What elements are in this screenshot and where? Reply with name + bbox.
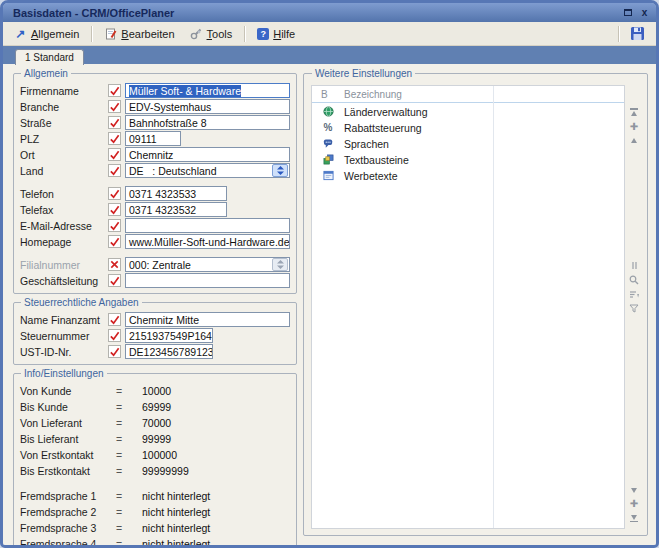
check-icon[interactable] <box>108 164 121 177</box>
check-icon[interactable] <box>108 187 121 200</box>
spinner-icon[interactable] <box>272 164 288 177</box>
toolbar-separator <box>244 26 245 42</box>
column-header-b[interactable]: B <box>312 89 344 100</box>
group-weitere: Weitere Einstellungen B Bezeichnung Lä <box>303 68 648 536</box>
land-dropdown[interactable]: DE : Deutschland <box>125 163 290 178</box>
menu-bearbeiten[interactable]: Bearbeiten <box>97 24 181 43</box>
list-item-textbausteine[interactable]: Textbausteine <box>312 152 624 167</box>
check-icon[interactable] <box>108 84 121 97</box>
row-homepage: Homepage www.Müller-Soft-und-Hardware.de… <box>20 234 290 249</box>
check-icon[interactable] <box>108 203 121 216</box>
ustid-value: DE123456789123 <box>129 346 213 358</box>
close-button[interactable]: x <box>638 6 651 19</box>
row-email: E-Mail-Adresse <box>20 218 290 233</box>
info-label: Von Lieferant <box>20 417 116 429</box>
tab-standard[interactable]: 1 Standard <box>15 49 84 65</box>
check-icon[interactable] <box>108 148 121 161</box>
group-steuer-title: Steuerrechtliche Angaben <box>21 297 142 308</box>
check-icon[interactable] <box>108 116 121 129</box>
check-icon[interactable] <box>108 219 121 232</box>
telefax-input[interactable]: 0371 4323532 <box>125 202 227 217</box>
telefon-input[interactable]: 0371 4323533 <box>125 186 227 201</box>
telefax-value: 0371 4323532 <box>129 204 196 216</box>
check-icon[interactable] <box>108 100 121 113</box>
move-to-bottom-button[interactable] <box>630 515 638 524</box>
branche-input[interactable]: EDV-Systemhaus <box>125 99 290 114</box>
check-icon[interactable] <box>108 274 121 287</box>
check-icon[interactable] <box>108 345 121 358</box>
email-input[interactable] <box>125 218 290 233</box>
row-ort: Ort Chemnitz <box>20 147 290 162</box>
group-info-title: Info/Einstellungen <box>21 368 107 379</box>
geschaeftsleitung-input[interactable] <box>125 273 290 288</box>
column-header-bezeichnung[interactable]: Bezeichnung <box>344 89 624 100</box>
check-icon[interactable] <box>108 313 121 326</box>
filialnummer-dropdown[interactable]: 000: Zentrale <box>125 257 290 272</box>
check-icon[interactable] <box>108 132 121 145</box>
group-info: Info/Einstellungen Von Kunde = 10000 Bis… <box>13 368 297 545</box>
content: Allgemein Firmenname Müller Soft- & Hard… <box>3 64 656 545</box>
list-item-label: Werbetexte <box>344 170 624 182</box>
finanzamt-value: Chemnitz Mitte <box>129 314 199 326</box>
toolbar-separator <box>91 26 92 42</box>
row-firmenname: Firmenname Müller Soft- & Hardware <box>20 83 290 98</box>
cross-icon[interactable] <box>108 258 121 271</box>
equals-sign: = <box>116 465 142 477</box>
check-icon[interactable] <box>108 235 121 248</box>
list-item-werbetexte[interactable]: Werbetexte <box>312 168 624 183</box>
info-label: Fremdsprache 4 <box>20 538 116 546</box>
info-value: 10000 <box>142 385 171 397</box>
settings-list[interactable]: B Bezeichnung Länderverwaltung % <box>311 85 625 529</box>
ort-input[interactable]: Chemnitz <box>125 147 290 162</box>
equals-sign: = <box>116 449 142 461</box>
search-icon[interactable] <box>629 275 639 285</box>
row-branche: Branche EDV-Systemhaus <box>20 99 290 114</box>
telefon-label: Telefon <box>20 188 108 200</box>
go-arrow-icon[interactable]: → <box>289 235 290 248</box>
firmenname-input[interactable]: Müller Soft- & Hardware <box>125 83 290 98</box>
right-column: Weitere Einstellungen B Bezeichnung Lä <box>303 68 648 536</box>
move-down-button[interactable] <box>631 488 637 493</box>
row-steuernummer: Steuernummer 2151937549P1644 <box>20 328 290 343</box>
move-controls-bottom: ✚ <box>630 488 638 524</box>
list-header: B Bezeichnung <box>312 86 624 103</box>
info-row: Fremdsprache 3 = nicht hinterlegt <box>20 520 290 535</box>
move-to-top-button[interactable] <box>630 107 638 116</box>
info-value: nicht hinterlegt <box>142 490 210 502</box>
info-row: Bis Lieferant = 99999 <box>20 431 290 446</box>
list-item-sprachen[interactable]: Sprachen <box>312 136 624 151</box>
equals-sign: = <box>116 506 142 518</box>
info-value: 100000 <box>142 449 177 461</box>
ustid-input[interactable]: DE123456789123 <box>125 344 213 359</box>
homepage-label: Homepage <box>20 236 108 248</box>
save-button[interactable] <box>623 23 652 44</box>
percent-icon: % <box>312 122 344 134</box>
menu-hilfe[interactable]: ? Hilfe <box>250 25 302 43</box>
move-up-button[interactable] <box>631 138 637 143</box>
list-item-rabattsteuerung[interactable]: % Rabattsteuerung <box>312 120 624 135</box>
sort-icon[interactable] <box>629 290 639 299</box>
language-icon <box>312 138 344 150</box>
steuernummer-input[interactable]: 2151937549P1644 <box>125 328 213 343</box>
list-item-label: Länderverwaltung <box>344 106 624 118</box>
menu-tools[interactable]: Tools <box>183 24 240 43</box>
filter-icon[interactable] <box>629 304 639 313</box>
add-button[interactable]: ✚ <box>630 499 638 509</box>
list-item-laenderverwaltung[interactable]: Länderverwaltung <box>312 104 624 119</box>
finanzamt-input[interactable]: Chemnitz Mitte <box>125 312 290 327</box>
toolbar: ↗ Allgemein Bearbeiten Tools ? Hilfe <box>3 22 656 46</box>
group-allgemein-title: Allgemein <box>21 68 71 79</box>
plz-label: PLZ <box>20 133 108 145</box>
clip-icon[interactable] <box>630 261 639 270</box>
check-icon[interactable] <box>108 329 121 342</box>
restore-button[interactable] <box>621 6 634 19</box>
titlebar: Basisdaten - CRM/OfficePlaner x <box>3 3 656 22</box>
strasse-input[interactable]: Bahnhofstraße 8 <box>125 115 290 130</box>
add-button[interactable]: ✚ <box>630 122 638 132</box>
homepage-input[interactable]: www.Müller-Soft-und-Hardware.de → <box>125 234 290 249</box>
info-label: Von Kunde <box>20 385 116 397</box>
plz-value: 09111 <box>129 133 157 145</box>
menu-allgemein[interactable]: ↗ Allgemein <box>7 24 86 43</box>
row-plz: PLZ 09111 <box>20 131 290 146</box>
plz-input[interactable]: 09111 <box>125 131 181 146</box>
